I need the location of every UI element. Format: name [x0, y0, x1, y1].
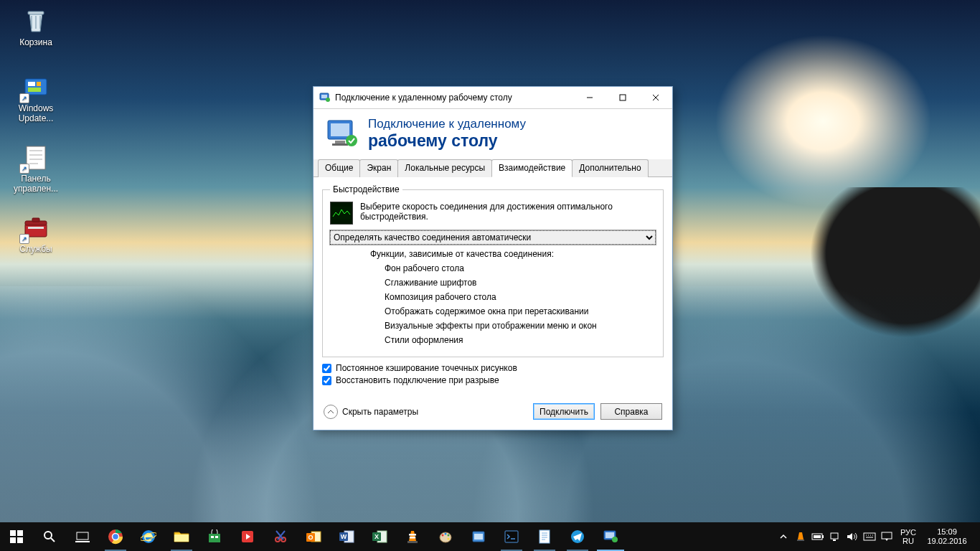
help-button[interactable]: Справка [600, 403, 662, 420]
tray-action-center-icon[interactable] [879, 522, 895, 551]
icon-label: Корзина [9, 37, 63, 47]
svg-text:O: O [308, 534, 313, 541]
taskbar-telegram-icon[interactable] [561, 522, 594, 551]
svg-rect-15 [331, 123, 349, 136]
taskbar-explorer-icon[interactable] [165, 522, 198, 551]
hide-options-button[interactable]: Скрыть параметры [324, 405, 418, 419]
tray-keyboard-icon[interactable] [862, 522, 877, 551]
svg-rect-1 [25, 79, 47, 95]
svg-rect-8 [32, 218, 39, 222]
shortcut-arrow-icon: ↗ [19, 93, 29, 103]
taskbar-notepad-icon[interactable] [528, 522, 561, 551]
window-title: Подключение к удаленному рабочему столу [335, 93, 573, 103]
tab-local-resources[interactable]: Локальные ресурсы [397, 159, 492, 177]
tab-strip: Общие Экран Локальные ресурсы Взаимодейс… [314, 159, 672, 177]
remote-desktop-dialog: Подключение к удаленному рабочему столу … [313, 86, 673, 430]
taskbar-rdp-icon[interactable] [594, 522, 627, 551]
svg-rect-69 [864, 533, 875, 540]
tray-battery-icon[interactable] [810, 522, 826, 551]
icon-label: Службы [9, 244, 63, 254]
tray-clock[interactable]: 15:09 19.02.2016 [922, 527, 972, 546]
services-icon[interactable]: ↗ Службы [9, 212, 63, 254]
taskbar-terminal-icon[interactable] [495, 522, 528, 551]
svg-rect-49 [407, 541, 418, 543]
svg-rect-4 [28, 88, 41, 92]
control-panel-icon[interactable]: ↗ Панель управлен... [9, 142, 63, 194]
checkbox-reconnect[interactable]: Восстановить подключение при разрыве [322, 375, 664, 385]
recycle-bin-icon[interactable]: Корзина [9, 6, 63, 47]
svg-rect-23 [17, 537, 23, 543]
hide-options-label: Скрыть параметры [342, 407, 418, 417]
svg-point-28 [113, 534, 119, 540]
taskbar-ie-icon[interactable] [132, 522, 165, 551]
tab-experience[interactable]: Взаимодействие [491, 159, 573, 177]
svg-rect-47 [409, 534, 416, 536]
close-button[interactable] [639, 87, 672, 108]
clock-time: 15:09 [937, 527, 957, 537]
shortcut-arrow-icon: ↗ [19, 234, 29, 244]
chevron-up-icon [324, 405, 338, 419]
taskbar-word-icon[interactable]: W [330, 522, 363, 551]
banner-line1: Подключение к удаленному [368, 117, 526, 131]
svg-rect-31 [174, 534, 189, 542]
taskbar-snipping-icon[interactable] [264, 522, 297, 551]
taskbar-outlook-icon[interactable]: O [297, 522, 330, 551]
tab-display[interactable]: Экран [359, 159, 398, 177]
tray-language[interactable]: РУС RU [896, 528, 920, 545]
svg-rect-22 [10, 537, 16, 543]
windows-update-icon[interactable]: ↗ Windows Update... [9, 72, 63, 123]
checkbox-bitmap-caching[interactable]: Постоянное кэширование точечных рисунков [322, 363, 664, 373]
connection-speed-select[interactable]: Определять качество соединения автоматич… [330, 230, 656, 245]
taskbar-app-icon[interactable] [462, 522, 495, 551]
checkbox-label: Восстановить подключение при разрыве [336, 375, 499, 385]
svg-rect-56 [474, 534, 483, 540]
checkbox-input[interactable] [322, 364, 331, 373]
taskbar-chrome-icon[interactable] [99, 522, 132, 551]
lang-code: RU [903, 537, 914, 545]
tray-overflow-icon[interactable] [776, 522, 791, 551]
feature-item: Композиция рабочего стола [385, 292, 656, 302]
connect-button[interactable]: Подключить [533, 403, 595, 420]
feature-item: Визуальные эффекты при отображении меню … [385, 321, 656, 331]
svg-point-18 [346, 135, 357, 146]
icon-label: Windows Update... [9, 103, 63, 123]
svg-rect-2 [28, 82, 35, 86]
svg-rect-13 [620, 95, 626, 100]
feature-item: Сглаживание шрифтов [385, 278, 656, 288]
banner-line2: рабочему столу [368, 131, 526, 151]
svg-text:X: X [374, 533, 379, 540]
svg-point-62 [612, 537, 618, 542]
search-button[interactable] [33, 522, 66, 551]
taskbar-movies-icon[interactable] [231, 522, 264, 551]
tray-vlc-icon[interactable] [793, 522, 809, 551]
svg-rect-20 [10, 530, 16, 536]
task-view-button[interactable] [66, 522, 99, 551]
tab-general[interactable]: Общие [318, 159, 360, 177]
taskbar-excel-icon[interactable]: X [363, 522, 396, 551]
start-button[interactable] [0, 522, 33, 551]
svg-point-12 [326, 98, 330, 102]
taskbar-paint-icon[interactable] [429, 522, 462, 551]
svg-rect-3 [37, 82, 41, 86]
features-header: Функции, зависимые от качества соединени… [370, 249, 656, 259]
checkbox-label: Постоянное кэширование точечных рисунков [336, 363, 517, 373]
svg-point-53 [448, 534, 450, 537]
taskbar-store-icon[interactable] [198, 522, 231, 551]
svg-rect-70 [882, 532, 892, 539]
feature-item: Фон рабочего стола [385, 263, 656, 273]
tray-network-icon[interactable] [827, 522, 843, 551]
maximize-button[interactable] [606, 87, 639, 108]
svg-rect-16 [335, 141, 345, 143]
minimize-button[interactable] [573, 87, 606, 108]
svg-text:W: W [341, 533, 347, 540]
icon-label: Панель управлен... [9, 174, 63, 194]
titlebar[interactable]: Подключение к удаленному рабочему столу [314, 87, 672, 109]
tab-advanced[interactable]: Дополнительно [572, 159, 648, 177]
svg-rect-61 [606, 532, 614, 538]
checkbox-input[interactable] [322, 376, 331, 385]
svg-rect-65 [822, 535, 824, 538]
taskbar-vlc-icon[interactable] [396, 522, 429, 551]
rdp-banner-icon [325, 116, 359, 151]
svg-rect-66 [814, 535, 821, 538]
tray-volume-icon[interactable] [844, 522, 860, 551]
